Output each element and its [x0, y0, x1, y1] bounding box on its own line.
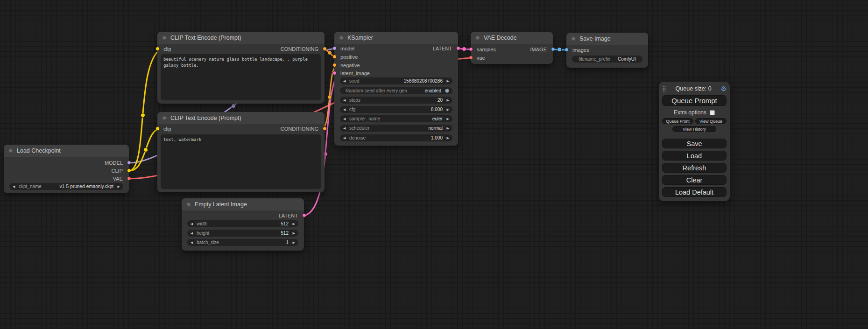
prev-value-arrow-icon[interactable]: ◀ — [343, 106, 348, 113]
collapse-dot-icon[interactable] — [475, 35, 480, 40]
next-value-arrow-icon[interactable]: ▶ — [444, 115, 449, 122]
view-queue-button[interactable]: View Queue — [695, 118, 727, 124]
input-slot-samples[interactable] — [469, 47, 473, 51]
input-label-negative: negative — [340, 63, 360, 68]
refresh-button[interactable]: Refresh — [662, 163, 727, 173]
node-title-bar[interactable]: VAE Decode — [471, 32, 553, 44]
drag-handle-icon[interactable]: ⣿ — [662, 86, 666, 91]
widget-value: 512 — [209, 231, 289, 236]
collapse-dot-icon[interactable] — [186, 202, 191, 207]
widget-random-seed-toggle[interactable]: Random seed after every gen enabled — [340, 87, 452, 94]
input-slot-clip[interactable] — [155, 126, 160, 131]
widget-ckpt-name[interactable]: ◀ ckpt_name v1-5-pruned-emaonly.ckpt ▶ — [9, 183, 123, 190]
prev-value-arrow-icon[interactable]: ◀ — [343, 115, 348, 122]
output-slot-vae[interactable] — [127, 176, 131, 181]
next-value-arrow-icon[interactable]: ▶ — [444, 77, 449, 84]
collapse-dot-icon[interactable] — [571, 36, 576, 41]
save-button[interactable]: Save — [662, 139, 727, 148]
node-clip-text-encode-negative[interactable]: CLIP Text Encode (Prompt) clip CONDITION… — [157, 112, 325, 192]
collapse-dot-icon[interactable] — [162, 116, 167, 120]
settings-gear-icon[interactable]: ⚙ — [720, 85, 727, 92]
widget-value: 156680208700286 — [360, 78, 443, 84]
next-value-arrow-icon[interactable]: ▶ — [444, 134, 449, 141]
widget-height[interactable]: ◀ height 512 ▶ — [187, 230, 298, 237]
input-slot-model[interactable] — [332, 46, 337, 50]
prev-value-arrow-icon[interactable]: ◀ — [343, 97, 348, 104]
extra-options-checkbox[interactable] — [710, 110, 715, 115]
output-slot-model[interactable] — [127, 161, 131, 165]
widget-label: ckpt_name — [19, 184, 42, 189]
output-label-latent: LATENT — [433, 46, 452, 51]
prompt-textarea[interactable]: beautiful scenery nature glass bottle la… — [161, 54, 321, 100]
output-slot-image[interactable] — [551, 47, 555, 51]
node-vae-decode[interactable]: VAE Decode samples IMAGE vae — [471, 32, 553, 64]
input-slot-images[interactable] — [565, 48, 569, 52]
input-slot-negative[interactable] — [332, 63, 337, 67]
input-slot-clip[interactable] — [155, 47, 160, 51]
prev-value-arrow-icon[interactable]: ◀ — [343, 125, 348, 132]
node-ksampler[interactable]: KSampler model LATENT positive negative … — [334, 32, 458, 146]
widget-label: filename_prefix — [579, 56, 610, 62]
input-slot-positive[interactable] — [332, 55, 337, 59]
prev-value-arrow-icon[interactable]: ◀ — [191, 230, 196, 237]
next-value-arrow-icon[interactable]: ▶ — [444, 125, 449, 132]
next-value-arrow-icon[interactable]: ▶ — [444, 97, 449, 104]
output-slot-latent[interactable] — [302, 213, 306, 217]
load-default-button[interactable]: Load Default — [662, 187, 727, 197]
view-history-button[interactable]: View History — [672, 126, 716, 132]
node-title: KSampler — [347, 35, 373, 41]
prompt-textarea[interactable]: text, watermark — [161, 134, 321, 189]
node-title-bar[interactable]: KSampler — [334, 32, 458, 44]
collapse-dot-icon[interactable] — [162, 35, 167, 40]
widget-batch-size[interactable]: ◀ batch_size 1 ▶ — [187, 239, 298, 246]
prev-value-arrow-icon[interactable]: ◀ — [343, 77, 348, 84]
node-title-bar[interactable]: CLIP Text Encode (Prompt) — [157, 32, 325, 44]
prev-value-arrow-icon[interactable]: ◀ — [343, 134, 348, 141]
node-empty-latent-image[interactable]: Empty Latent Image LATENT ◀ width 512 ▶ … — [182, 198, 304, 251]
node-title-bar[interactable]: CLIP Text Encode (Prompt) — [157, 112, 325, 124]
collapse-dot-icon[interactable] — [8, 148, 13, 153]
node-title-bar[interactable]: Save Image — [566, 33, 648, 45]
queue-front-button[interactable]: Queue Front — [662, 118, 693, 124]
output-slot-clip[interactable] — [127, 168, 131, 173]
node-title-bar[interactable]: Load Checkpoint — [4, 145, 129, 157]
graph-canvas[interactable]: Load Checkpoint MODEL CLIP VAE ◀ ckpt_na… — [0, 0, 868, 329]
widget-cfg[interactable]: ◀ cfg 8.000 ▶ — [340, 106, 452, 113]
queue-prompt-button[interactable]: Queue Prompt — [662, 95, 727, 106]
widget-scheduler[interactable]: ◀ scheduler normal ▶ — [340, 125, 452, 132]
widget-value: 8.000 — [355, 107, 443, 112]
output-slot-conditioning[interactable] — [323, 47, 327, 51]
widget-value: ComfyUI — [618, 56, 636, 62]
queue-size-label: Queue size: 0 — [666, 85, 721, 92]
input-slot-latent-image[interactable] — [332, 71, 337, 75]
next-value-arrow-icon[interactable]: ▶ — [444, 106, 449, 113]
next-value-arrow-icon[interactable]: ▶ — [115, 183, 120, 190]
next-value-arrow-icon[interactable]: ▶ — [290, 239, 295, 246]
prev-value-arrow-icon[interactable]: ◀ — [191, 239, 196, 246]
output-slot-conditioning[interactable] — [323, 126, 327, 131]
node-save-image[interactable]: Save Image images filename_prefix ComfyU… — [566, 33, 648, 68]
widget-seed[interactable]: ◀ seed 156680208700286 ▶ — [340, 77, 452, 84]
next-value-arrow-icon[interactable]: ▶ — [290, 220, 295, 227]
prev-value-arrow-icon[interactable]: ◀ — [191, 220, 196, 227]
input-slot-vae[interactable] — [469, 56, 473, 60]
widget-sampler-name[interactable]: ◀ sampler_name euler ▶ — [340, 115, 452, 122]
load-button[interactable]: Load — [662, 151, 727, 161]
toggle-dot-icon[interactable] — [445, 89, 449, 93]
node-clip-text-encode-positive[interactable]: CLIP Text Encode (Prompt) clip CONDITION… — [157, 32, 325, 104]
widget-filename-prefix[interactable]: filename_prefix ComfyUI — [572, 56, 642, 63]
prev-value-arrow-icon[interactable]: ◀ — [13, 183, 18, 190]
next-value-arrow-icon[interactable]: ▶ — [290, 230, 295, 237]
input-label-clip: clip — [163, 126, 171, 132]
node-load-checkpoint[interactable]: Load Checkpoint MODEL CLIP VAE ◀ ckpt_na… — [4, 145, 129, 193]
widget-denoise[interactable]: ◀ denoise 1.000 ▶ — [340, 134, 452, 141]
node-title-bar[interactable]: Empty Latent Image — [182, 198, 304, 210]
widget-steps[interactable]: ◀ steps 20 ▶ — [340, 97, 452, 104]
collapse-dot-icon[interactable] — [339, 35, 344, 40]
output-label-latent: LATENT — [279, 213, 298, 218]
widget-width[interactable]: ◀ width 512 ▶ — [187, 220, 298, 227]
link-midpoint-dot — [232, 104, 236, 108]
clear-button[interactable]: Clear — [662, 175, 727, 185]
widget-label: sampler_name — [349, 116, 380, 121]
output-slot-latent[interactable] — [456, 46, 460, 50]
